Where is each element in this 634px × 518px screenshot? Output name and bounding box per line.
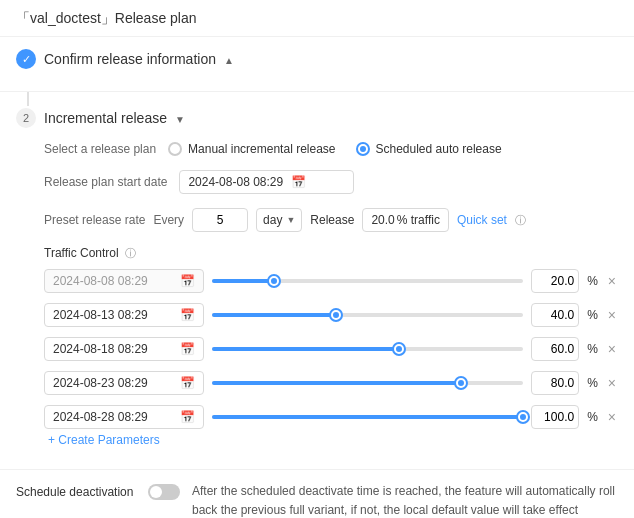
confirm-section: ✓ Confirm release information [0,37,634,92]
traffic-slider-3[interactable] [212,373,523,393]
deactivation-toggle[interactable] [148,484,180,500]
traffic-date-0: 2024-08-08 08:29 📅 [44,269,204,293]
pct-sign-0: % [587,274,598,288]
traffic-date-1[interactable]: 2024-08-13 08:29 📅 [44,303,204,327]
traffic-suffix: % traffic [397,213,440,227]
confirm-title: Confirm release information [44,51,216,67]
confirm-step-icon: ✓ [16,49,36,69]
preset-label: Preset release rate [44,213,145,227]
traffic-date-3[interactable]: 2024-08-23 08:29 📅 [44,371,204,395]
traffic-pct-0[interactable] [531,269,579,293]
release-plan-label: Select a release plan [44,142,156,156]
quick-set-info-icon: ⓘ [515,213,526,228]
manual-release-label: Manual incremental release [188,142,335,156]
scheduled-radio-dot [360,146,366,152]
table-row: 2024-08-13 08:29 📅 % × [44,303,618,327]
release-label: Release [310,213,354,227]
incremental-step-num: 2 [16,108,36,128]
manual-release-option[interactable]: Manual incremental release [168,142,335,156]
toggle-knob [150,486,162,498]
cal-icon-4: 📅 [180,410,195,424]
deactivation-description: After the scheduled deactivate time is r… [192,482,618,518]
calendar-icon: 📅 [291,175,306,189]
close-btn-1[interactable]: × [606,307,618,323]
start-date-label: Release plan start date [44,175,167,189]
release-plan-options: Manual incremental release Scheduled aut… [168,142,502,156]
deactivation-row: Schedule deactivation After the schedule… [16,482,618,518]
traffic-slider-0[interactable] [212,271,523,291]
traffic-date-2[interactable]: 2024-08-18 08:29 📅 [44,337,204,361]
incremental-header: 2 Incremental release [16,108,618,128]
table-row: 2024-08-23 08:29 📅 % × [44,371,618,395]
create-params-label: + Create Parameters [48,433,160,447]
pct-sign-4: % [587,410,598,424]
traffic-slider-4[interactable] [212,407,523,427]
traffic-pct-2[interactable] [531,337,579,361]
scheduled-radio[interactable] [356,142,370,156]
traffic-rows-container: 2024-08-08 08:29 📅 % × [44,269,618,429]
page-title: 「val_doctest」Release plan [0,0,634,37]
pct-sign-1: % [587,308,598,322]
traffic-num: 20.0 [371,213,394,227]
manual-radio[interactable] [168,142,182,156]
cal-icon-1: 📅 [180,308,195,322]
incremental-title: Incremental release [44,110,167,126]
close-btn-3[interactable]: × [606,375,618,391]
cal-icon-2: 📅 [180,342,195,356]
traffic-slider-2[interactable] [212,339,523,359]
traffic-pct-4[interactable] [531,405,579,429]
close-btn-0[interactable]: × [606,273,618,289]
confirm-chevron-icon[interactable] [224,52,234,67]
scheduled-release-label: Scheduled auto release [376,142,502,156]
traffic-value-input[interactable]: 20.0 % traffic [362,208,448,232]
cal-icon-0: 📅 [180,274,195,288]
close-btn-2[interactable]: × [606,341,618,357]
preset-unit-value: day [263,213,282,227]
traffic-pct-1[interactable] [531,303,579,327]
deactivation-label: Schedule deactivation [16,485,136,499]
start-date-value: 2024-08-08 08:29 [188,175,283,189]
table-row: 2024-08-08 08:29 📅 % × [44,269,618,293]
deactivation-section: Schedule deactivation After the schedule… [0,470,634,518]
create-params-button[interactable]: + Create Parameters [44,433,160,447]
scheduled-release-option[interactable]: Scheduled auto release [356,142,502,156]
pct-sign-3: % [587,376,598,390]
traffic-control-header: Traffic Control ⓘ [44,246,618,261]
quick-set-button[interactable]: Quick set [457,213,507,227]
incremental-chevron-icon[interactable] [175,111,185,126]
table-row: 2024-08-18 08:29 📅 % × [44,337,618,361]
close-btn-4[interactable]: × [606,409,618,425]
incremental-content: Select a release plan Manual incremental… [16,142,618,447]
start-date-input[interactable]: 2024-08-08 08:29 📅 [179,170,354,194]
start-date-row: Release plan start date 2024-08-08 08:29… [44,170,618,194]
traffic-control-section: Traffic Control ⓘ 2024-08-08 08:29 📅 [44,246,618,447]
traffic-control-info-icon: ⓘ [125,246,136,261]
preset-unit-select[interactable]: day ▼ [256,208,302,232]
incremental-section: 2 Incremental release Select a release p… [0,96,634,470]
every-label: Every [153,213,184,227]
table-row: 2024-08-28 08:29 📅 % × [44,405,618,429]
traffic-slider-1[interactable] [212,305,523,325]
traffic-date-4[interactable]: 2024-08-28 08:29 📅 [44,405,204,429]
preset-rate-row: Preset release rate Every day ▼ Release … [44,208,618,232]
cal-icon-3: 📅 [180,376,195,390]
confirm-header: ✓ Confirm release information [16,49,618,69]
traffic-pct-3[interactable] [531,371,579,395]
pct-sign-2: % [587,342,598,356]
preset-num-input[interactable] [192,208,248,232]
traffic-control-label: Traffic Control [44,246,119,260]
release-plan-row: Select a release plan Manual incremental… [44,142,618,156]
select-arrow-icon: ▼ [286,215,295,225]
